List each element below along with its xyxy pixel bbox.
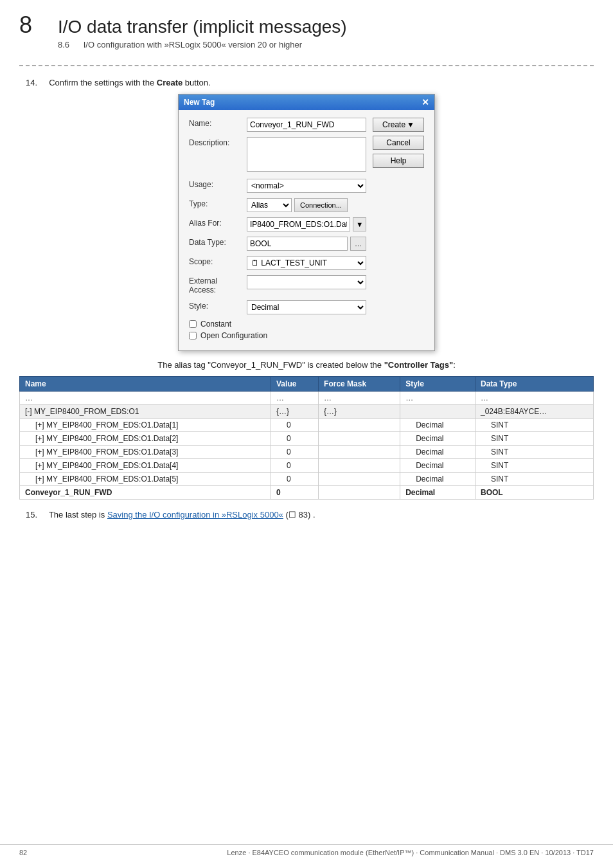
- alias-note-bold: "Controller Tags": [384, 360, 453, 370]
- controller-tags-table: Name Value Force Mask Style Data Type … …: [19, 376, 594, 500]
- connection-button[interactable]: Connection...: [294, 198, 348, 212]
- cell-style: Decimal: [400, 445, 475, 458]
- dialog-name-row: Name:: [189, 118, 366, 132]
- alias-input-row: ▼: [247, 217, 366, 231]
- cell-value: 0: [271, 485, 319, 499]
- new-tag-dialog: New Tag ✕ Name:: [178, 94, 435, 351]
- datatype-browse-button[interactable]: …: [350, 237, 366, 251]
- cell-data-type: …: [475, 391, 594, 404]
- open-config-checkbox[interactable]: [189, 332, 197, 339]
- dialog-layout: Name: Description:: [189, 118, 424, 343]
- cell-data-type: SINT: [475, 472, 594, 485]
- dialog-datatype-row: Data Type: …: [189, 237, 366, 251]
- style-field-area: Decimal: [247, 300, 366, 314]
- cell-data-type: SINT: [475, 431, 594, 445]
- usage-field-area: <normal>: [247, 179, 366, 193]
- dialog-titlebar: New Tag ✕: [179, 95, 434, 110]
- step-14-number: 14.: [26, 78, 37, 87]
- step-15-link[interactable]: Saving the I/O configuration in »RSLogix…: [107, 510, 283, 520]
- main-content: 14. Confirm the settings with the Create…: [0, 78, 613, 520]
- alias-input[interactable]: [247, 217, 350, 231]
- style-select[interactable]: Decimal: [247, 300, 366, 314]
- help-button[interactable]: Help: [373, 154, 424, 168]
- datatype-input[interactable]: [247, 237, 348, 251]
- cell-data-type: BOOL: [475, 485, 594, 499]
- section-title: I/O configuration with »RSLogix 5000« ve…: [84, 40, 302, 50]
- cell-style: Decimal: [400, 458, 475, 472]
- table-row: [+] MY_EIP8400_FROM_EDS:O1.Data[3] 0 Dec…: [20, 445, 594, 458]
- table-row: [+] MY_EIP8400_FROM_EDS:O1.Data[1] 0 Dec…: [20, 418, 594, 431]
- name-label: Name:: [189, 118, 247, 128]
- cell-data-type: SINT: [475, 418, 594, 431]
- cell-value: 0: [271, 431, 319, 445]
- chapter-number: 8: [19, 12, 45, 39]
- table-header: Name Value Force Mask Style Data Type: [20, 376, 594, 391]
- alias-note: The alias tag "Conveyor_1_RUN_FWD" is cr…: [19, 360, 594, 370]
- cell-style: Decimal: [400, 431, 475, 445]
- constant-checkbox-row: Constant: [189, 320, 366, 329]
- table-row: … … … … …: [20, 391, 594, 404]
- section-num: 8.6: [58, 40, 69, 50]
- cell-name: …: [20, 391, 271, 404]
- table-header-row: Name Value Force Mask Style Data Type: [20, 376, 594, 391]
- description-input[interactable]: [247, 137, 366, 172]
- alias-dropdown-button[interactable]: ▼: [353, 217, 366, 231]
- cell-force-mask: [319, 472, 400, 485]
- cell-style: Decimal: [400, 418, 475, 431]
- dialog-side-col: Create ▼ Cancel Help: [366, 118, 424, 343]
- alias-note-text2: :: [453, 360, 456, 370]
- table-row: [+] MY_EIP8400_FROM_EDS:O1.Data[2] 0 Dec…: [20, 431, 594, 445]
- datatype-label: Data Type:: [189, 237, 247, 247]
- col-name: Name: [20, 376, 271, 391]
- cell-name: [+] MY_EIP8400_FROM_EDS:O1.Data[5]: [20, 472, 271, 485]
- cell-force-mask: [319, 418, 400, 431]
- cell-style: Decimal: [400, 472, 475, 485]
- table-row-conveyor: Conveyor_1_RUN_FWD 0 Decimal BOOL: [20, 485, 594, 499]
- dialog-alias-row: Alias For: ▼: [189, 217, 366, 231]
- chapter-text: I/O data transfer (implicit messages): [58, 17, 347, 37]
- dialog-wrapper: New Tag ✕ Name:: [19, 94, 594, 351]
- step-15-text2: .: [313, 510, 315, 520]
- cancel-button[interactable]: Cancel: [373, 136, 424, 150]
- step-14-label: 14. Confirm the settings with the Create…: [26, 78, 594, 87]
- type-field-area: Alias Connection...: [247, 198, 366, 212]
- dialog-usage-row: Usage: <normal>: [189, 179, 366, 193]
- dialog-close-icon[interactable]: ✕: [422, 97, 429, 107]
- usage-label: Usage:: [189, 179, 247, 189]
- name-input[interactable]: [247, 118, 366, 132]
- scope-select[interactable]: 🗒 LACT_TEST_UNIT: [247, 256, 366, 270]
- table-row: [+] MY_EIP8400_FROM_EDS:O1.Data[4] 0 Dec…: [20, 458, 594, 472]
- cell-name: [+] MY_EIP8400_FROM_EDS:O1.Data[1]: [20, 418, 271, 431]
- col-data-type: Data Type: [475, 376, 594, 391]
- table-row: [+] MY_EIP8400_FROM_EDS:O1.Data[5] 0 Dec…: [20, 472, 594, 485]
- alias-label: Alias For:: [189, 217, 247, 228]
- cell-name: Conveyor_1_RUN_FWD: [20, 485, 271, 499]
- external-select[interactable]: [247, 275, 366, 289]
- cell-force-mask: [319, 431, 400, 445]
- constant-checkbox[interactable]: [189, 320, 197, 328]
- scope-label: Scope:: [189, 256, 247, 266]
- create-button[interactable]: Create ▼: [373, 118, 424, 132]
- cell-style: Decimal: [400, 485, 475, 499]
- step-15-container: 15. The last step is Saving the I/O conf…: [26, 510, 594, 520]
- section-line: 8.6 I/O configuration with »RSLogix 5000…: [58, 40, 594, 50]
- cell-value: …: [271, 391, 319, 404]
- external-label: ExternalAccess:: [189, 275, 247, 295]
- cell-force-mask: [319, 485, 400, 499]
- open-config-checkbox-row: Open Configuration: [189, 331, 366, 340]
- type-select-row: Alias Connection...: [247, 198, 366, 212]
- alias-note-text1: The alias tag "Conveyor_1_RUN_FWD" is cr…: [157, 360, 384, 370]
- dialog-description-row: Description:: [189, 137, 366, 174]
- description-field-area: [247, 137, 366, 174]
- name-field-area: [247, 118, 366, 132]
- step-15-number: 15.: [26, 510, 37, 520]
- step-15-page-ref: (☐ 83): [285, 510, 310, 520]
- cell-style: …: [400, 391, 475, 404]
- chapter-title: 8 I/O data transfer (implicit messages): [19, 12, 594, 39]
- step-14-text: Confirm the settings with the Create but…: [49, 78, 210, 87]
- datatype-field-area: …: [247, 237, 366, 251]
- usage-select[interactable]: <normal>: [247, 179, 366, 193]
- alias-field-area: ▼: [247, 217, 366, 231]
- section-divider: [19, 65, 594, 66]
- type-select[interactable]: Alias: [247, 198, 292, 212]
